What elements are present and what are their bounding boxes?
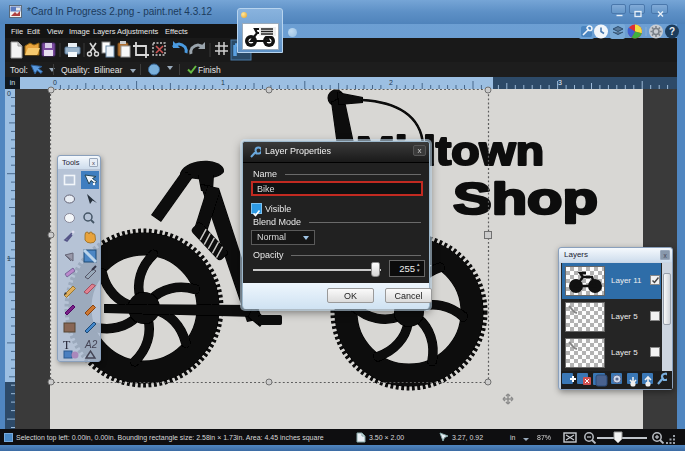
svg-text:?: ? (669, 26, 675, 37)
svg-text:A2: A2 (84, 339, 98, 350)
svg-text:T: T (63, 338, 71, 352)
svg-text:Shop: Shop (453, 174, 598, 223)
svg-text:0: 0 (7, 90, 11, 97)
svg-text:1: 1 (7, 255, 11, 262)
